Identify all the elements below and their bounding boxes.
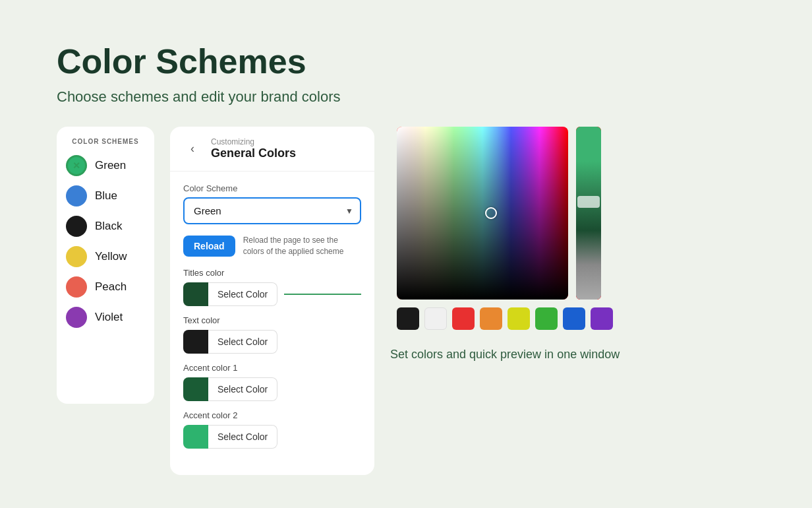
preset-red[interactable] (452, 307, 475, 330)
text-color-swatch (183, 330, 208, 354)
panel-header-text: Customizing General Colors (211, 137, 296, 160)
scheme-name-violet: Violet (95, 311, 123, 324)
color-scheme-field: Color Scheme Green Blue Black Yellow Pea… (183, 183, 361, 224)
picker-description: Set colors and quick preview in one wind… (390, 346, 620, 364)
panel-header: ‹ Customizing General Colors (170, 127, 374, 172)
accent2-color-label: Accent color 2 (183, 410, 361, 420)
black-overlay-layer (397, 127, 568, 300)
reload-row: Reload Reload the page to see the colors… (183, 235, 361, 257)
preset-colors (397, 307, 613, 330)
reload-hint: Reload the page to see the colors of the… (243, 235, 361, 257)
preset-black[interactable] (397, 307, 419, 330)
scheme-name-yellow: Yellow (95, 250, 127, 263)
schemes-sidebar-label: COLOR SCHEMES (72, 137, 138, 146)
scheme-item-blue[interactable]: Blue (66, 185, 145, 206)
text-color-field: Text color Select Color (183, 315, 361, 354)
customizing-panel: ‹ Customizing General Colors Color Schem… (170, 127, 374, 475)
scheme-dot-peach[interactable] (66, 276, 87, 298)
scheme-item-black[interactable]: Black (66, 216, 145, 237)
scheme-dot-violet[interactable] (66, 307, 87, 328)
accent2-color-button[interactable]: Select Color (183, 425, 277, 449)
color-scheme-label: Color Scheme (183, 183, 361, 193)
titles-color-button[interactable]: Select Color (183, 282, 277, 306)
titles-color-label: Titles color (183, 268, 361, 278)
titles-color-swatch (183, 282, 208, 306)
accent1-color-row: Select Color (183, 377, 361, 401)
accent2-color-field: Accent color 2 Select Color (183, 410, 361, 449)
scheme-name-black: Black (95, 220, 123, 233)
preset-purple[interactable] (591, 307, 613, 330)
color-scheme-select[interactable]: Green Blue Black Yellow Peach Violet (183, 197, 361, 224)
text-color-label: Text color (183, 315, 361, 325)
reload-button[interactable]: Reload (183, 236, 235, 257)
hue-slider-inner (576, 127, 601, 300)
scheme-dot-blue[interactable] (66, 185, 87, 206)
accent1-color-btn-label: Select Color (208, 377, 277, 401)
scheme-dot-green[interactable] (66, 155, 87, 176)
page-subtitle: Choose schemes and edit your brand color… (57, 88, 755, 106)
scheme-name-green: Green (95, 159, 126, 172)
accent1-color-field: Accent color 1 Select Color (183, 363, 361, 401)
scheme-name-peach: Peach (95, 280, 127, 294)
color-scheme-select-wrapper[interactable]: Green Blue Black Yellow Peach Violet ▼ (183, 197, 361, 224)
color-gradient-canvas[interactable] (397, 127, 568, 300)
titles-color-row: Select Color (183, 282, 361, 306)
titles-color-btn-label: Select Color (208, 282, 277, 306)
scheme-dot-yellow[interactable] (66, 246, 87, 267)
panel-header-sub: Customizing (211, 137, 296, 146)
preset-yellow[interactable] (508, 307, 530, 330)
schemes-sidebar: COLOR SCHEMES Green Blue Black Yellow Pe (57, 127, 154, 404)
scheme-item-yellow[interactable]: Yellow (66, 246, 145, 267)
preset-white[interactable] (424, 307, 447, 330)
accent1-color-button[interactable]: Select Color (183, 377, 277, 401)
back-button[interactable]: ‹ (183, 140, 202, 158)
right-section: Set colors and quick preview in one wind… (390, 127, 620, 364)
scheme-item-peach[interactable]: Peach (66, 276, 145, 298)
accent2-color-row: Select Color (183, 425, 361, 449)
titles-color-line (284, 294, 361, 295)
text-color-button[interactable]: Select Color (183, 330, 277, 354)
hue-slider-thumb (577, 196, 600, 208)
picker-main (397, 127, 601, 300)
preset-green[interactable] (535, 307, 558, 330)
accent1-color-label: Accent color 1 (183, 363, 361, 373)
scheme-item-green-selected[interactable]: Green (66, 155, 145, 176)
scheme-item-violet[interactable]: Violet (66, 307, 145, 328)
scheme-dot-black[interactable] (66, 216, 87, 237)
accent2-color-swatch (183, 425, 208, 449)
panel-body: Color Scheme Green Blue Black Yellow Pea… (170, 172, 374, 470)
accent1-color-swatch (183, 377, 208, 401)
panel-header-title: General Colors (211, 146, 296, 160)
preset-orange[interactable] (480, 307, 502, 330)
preset-blue[interactable] (563, 307, 585, 330)
color-picker (397, 127, 613, 330)
scheme-name-blue: Blue (95, 189, 117, 203)
accent2-color-btn-label: Select Color (208, 425, 277, 449)
page-title: Color Schemes (57, 43, 755, 80)
text-color-btn-label: Select Color (208, 330, 277, 354)
hue-slider[interactable] (576, 127, 601, 300)
text-color-row: Select Color (183, 330, 361, 354)
titles-color-field: Titles color Select Color (183, 268, 361, 306)
